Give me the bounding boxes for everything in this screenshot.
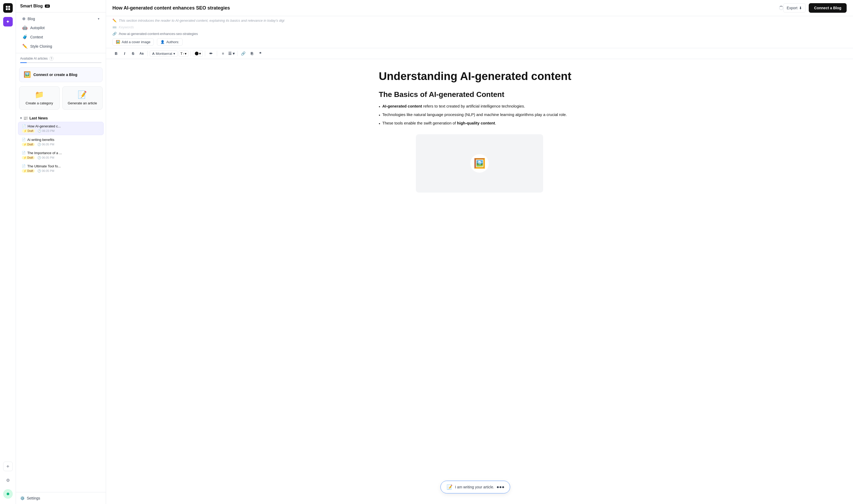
toolbar: B I S Aa A Montserrat ▾ T↕ ▾ ▾ ✏ ≡ ☰ ▾ 🔗… — [106, 48, 853, 59]
svg-rect-1 — [8, 6, 10, 8]
color-button[interactable]: ▾ — [193, 50, 203, 57]
sidebar-blog-label: Blog — [28, 17, 35, 21]
image-placeholder: 🖼️ — [416, 134, 543, 193]
help-icon[interactable]: ? — [49, 56, 54, 61]
list-button[interactable]: ≡ — [219, 50, 227, 57]
draft-badge-4: ⚡ Draft — [22, 169, 35, 173]
article-title-4: The Ultimate Tool fo... — [27, 164, 61, 168]
progress-fill — [20, 62, 27, 63]
italic-button[interactable]: I — [121, 50, 128, 57]
bullet-item-1: • AI-generated content refers to text cr… — [379, 103, 580, 110]
articles-section: ▾ 📰 Last News 📄 How AI-generated c... ⚡ … — [16, 113, 106, 492]
bullet-item-3: • These tools enable the swift generatio… — [379, 120, 580, 127]
progress-bar — [20, 62, 102, 63]
sidebar-item-context[interactable]: 🧳 Context — [18, 32, 104, 41]
settings-icon: ⚙️ — [20, 496, 25, 500]
generate-article-label: Generate an article — [68, 101, 97, 106]
writing-label: I am writing your article. — [455, 485, 494, 489]
sidebar-context-label: Context — [30, 35, 43, 39]
authors-button[interactable]: 👤 Authors: — [157, 38, 182, 46]
export-icon: ⬇ — [799, 6, 802, 10]
authors-label: Authors: — [166, 40, 179, 44]
user-avatar[interactable] — [3, 489, 13, 499]
align-button[interactable]: ☰ ▾ — [228, 50, 235, 57]
color-dot-icon — [195, 52, 198, 55]
generate-article-icon: 📝 — [78, 90, 87, 99]
copy-button[interactable]: ⎘ — [248, 50, 256, 57]
font-icon: A — [152, 52, 155, 56]
image-icon: 🖼️ — [116, 40, 120, 44]
blog-chevron-icon: ▾ — [98, 17, 99, 21]
settings-item[interactable]: ⚙️ Settings — [20, 495, 102, 501]
toolbar-sep-4 — [217, 51, 217, 56]
bold-button[interactable]: B — [112, 50, 120, 57]
article-title-input[interactable] — [112, 5, 775, 11]
article-title-3: The Importance of a ... — [27, 151, 62, 155]
loading-spinner — [779, 6, 783, 10]
last-news-label: Last News — [30, 116, 48, 120]
uppercase-button[interactable]: Aa — [138, 50, 145, 57]
article-item-3[interactable]: 📄 The Importance of a ... ⚡ Draft 🕐 06:0… — [18, 149, 104, 162]
sidebar: Smart Blog AI Blog ▾ 🤖 Autopilot 🧳 Conte… — [16, 0, 106, 504]
article-time-3: 🕐 06:05 PM — [37, 156, 54, 159]
draft-badge-2: ⚡ Draft — [22, 143, 35, 146]
article-item-2[interactable]: 📄 Ai writing benefits ⚡ Draft 🕐 06:05 PM — [18, 136, 104, 148]
connect-blog-banner-label: Connect or create a Blog — [33, 73, 77, 77]
article-item-4[interactable]: 📄 The Ultimate Tool fo... ⚡ Draft 🕐 06:0… — [18, 162, 104, 175]
sidebar-item-autopilot[interactable]: 🤖 Autopilot — [18, 23, 104, 32]
dot-2 — [499, 486, 501, 488]
article-item-1[interactable]: 📄 How AI-generated c... ⚡ Draft 🕐 06:23 … — [18, 122, 104, 135]
svg-rect-0 — [6, 6, 8, 8]
bullet-text-3: These tools enable the swift generation … — [382, 120, 496, 127]
doc-icon-3: 📄 — [22, 151, 26, 155]
create-category-icon: 📁 — [35, 90, 44, 99]
strikethrough-button[interactable]: S — [129, 50, 137, 57]
color-chevron-icon: ▾ — [199, 51, 201, 56]
writing-dots — [497, 486, 504, 488]
create-category-card[interactable]: 📁 Create a category — [19, 86, 59, 110]
editor-area[interactable]: Understanding AI-generated content The B… — [106, 59, 853, 504]
pencil-icon: ✏️ — [112, 19, 117, 22]
bold-text-1: AI-generated content — [382, 104, 422, 108]
connect-blog-banner[interactable]: 🖼️ Connect or create a Blog — [19, 67, 103, 82]
highlight-button[interactable]: ✏ — [207, 50, 215, 57]
writing-indicator: 📝 I am writing your article. — [440, 481, 510, 493]
link-icon: 🔗 — [112, 32, 117, 36]
article-time-2: 🕐 06:05 PM — [37, 143, 54, 146]
add-cover-image-button[interactable]: 🖼️ Add a cover image — [112, 38, 154, 46]
generate-article-card[interactable]: 📝 Generate an article — [62, 86, 103, 110]
sidebar-item-style-cloning[interactable]: ✏️ Style Cloning — [18, 41, 104, 51]
article-title-2: Ai writing benefits — [27, 138, 54, 142]
add-cover-label: Add a cover image — [122, 40, 150, 44]
svg-rect-2 — [6, 8, 8, 10]
bullet-dot-icon-2: • — [379, 112, 380, 119]
available-label-text: Available AI articles — [20, 57, 48, 60]
link-button[interactable]: 🔗 — [240, 50, 247, 57]
draft-badge-1: ⚡ Draft — [22, 129, 35, 133]
quote-button[interactable]: ❝ — [257, 50, 264, 57]
settings-label: Settings — [27, 496, 40, 500]
sidebar-nav: Blog ▾ 🤖 Autopilot 🧳 Context ✏️ Style Cl… — [16, 13, 106, 53]
text-size-button[interactable]: T↕ ▾ — [179, 51, 189, 57]
writing-icon: 📝 — [447, 484, 452, 490]
last-news-header[interactable]: ▾ 📰 Last News — [16, 114, 106, 121]
doc-icon-4: 📄 — [22, 164, 26, 168]
settings-rail-icon[interactable]: ⚙ — [3, 475, 13, 485]
add-icon[interactable]: + — [3, 462, 13, 471]
ai-assistant-icon[interactable]: ✦ — [3, 17, 13, 26]
bullet-text-1: AI-generated content refers to text crea… — [382, 103, 525, 110]
article-title-1: How AI-generated c... — [28, 124, 61, 128]
style-cloning-icon: ✏️ — [22, 44, 28, 49]
sidebar-item-blog[interactable]: Blog ▾ — [18, 15, 104, 23]
connect-blog-button[interactable]: Connect a Blog — [809, 3, 847, 13]
doc-icon-2: 📄 — [22, 138, 26, 141]
smart-blog-icon[interactable] — [3, 3, 13, 13]
bold-text-3: high-quality content — [457, 121, 495, 125]
main-header: Export ⬇ Connect a Blog — [106, 0, 853, 16]
doc-icon-1: 📄 — [22, 124, 26, 128]
autopilot-icon: 🤖 — [22, 25, 28, 30]
create-category-label: Create a category — [26, 101, 53, 106]
font-selector[interactable]: A Montserrat ▾ — [150, 51, 178, 57]
export-label: Export — [787, 6, 797, 10]
export-button[interactable]: Export ⬇ — [783, 3, 805, 13]
